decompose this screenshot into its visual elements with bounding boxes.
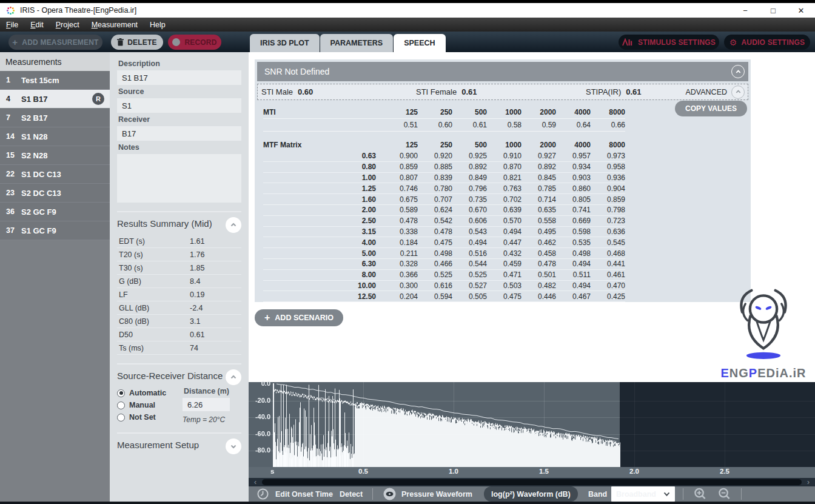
waveform-plot[interactable]: 0.0-20.0-40.0-60.0-80.0 [249,382,815,467]
trash-icon [117,38,124,46]
tab-parameters[interactable]: PARAMETERS [320,34,394,52]
measurement-label: S1 GC F9 [21,226,56,235]
mtf-value: 0.441 [591,260,625,268]
record-button[interactable]: RECORD [168,35,221,50]
mtf-value: 0.594 [418,292,452,301]
edit-onset-time-button[interactable]: Edit Onset Time [275,486,333,502]
radio-option-manual[interactable]: Manual [117,399,183,411]
measurement-row[interactable]: 37S1 GC F9 [0,221,110,240]
view-tabs: IRIS 3D PLOTPARAMETERSSPEECH [250,34,446,52]
add-measurement-button[interactable]: + ADD MEASUREMENT [8,35,102,50]
measurement-row[interactable]: 23S2 DC C13 [0,184,110,203]
measurements-list: 1Test 15cm4S1 B17R7S2 B1714S1 N2815S2 N2… [0,71,110,240]
mtf-mod-freq: 4.00 [263,238,383,247]
mtf-value: 0.467 [556,292,591,301]
mtf-value: 0.558 [522,217,556,225]
result-label: D50 [117,331,190,339]
close-button[interactable]: ✕ [787,3,815,18]
mtf-value: 0.927 [522,152,556,160]
notes-field[interactable] [117,154,241,203]
mtf-value: 0.300 [383,281,418,290]
scroll-right-icon[interactable]: › [802,478,815,486]
band-dropdown-value: Broadband [616,490,656,499]
copy-values-button[interactable]: COPY VALUES [675,101,747,116]
x-tick-label: 2.0 [629,468,639,475]
chevron-up-icon [230,374,237,381]
radio-label: Manual [129,401,155,409]
mtf-value: 0.805 [556,195,591,204]
minimize-button[interactable]: − [731,3,759,18]
waveform-toolbar: Edit Onset Time Detect Pressure Waveform… [249,486,815,502]
measurement-row[interactable]: 22S1 DC C13 [0,165,110,184]
menu-item-help[interactable]: Help [144,18,172,32]
maximize-button[interactable]: □ [759,3,787,18]
mtf-value: 0.543 [452,227,487,236]
waveform-scrollbar[interactable] [262,479,802,485]
expand-setup-button[interactable] [226,438,241,454]
y-tick-label: 0.0 [249,380,270,387]
description-field[interactable]: S1 B17 [117,70,241,85]
tab-speech[interactable]: SPEECH [394,34,445,52]
measurement-row[interactable]: 1Test 15cm [0,71,110,90]
pressure-waveform-button[interactable]: Pressure Waveform [401,486,472,502]
mtf-value: 0.624 [418,206,452,214]
measurement-row[interactable]: 14S1 N28 [0,127,110,146]
mtf-value: 0.328 [383,260,418,268]
collapse-results-button[interactable] [226,217,241,233]
log-waveform-toggle[interactable]: log(p²) Waveform (dB) [484,486,578,502]
scroll-left-icon[interactable]: ‹ [249,478,262,486]
sti-value: 0.60 [298,87,313,96]
collapse-distance-button[interactable] [226,369,241,385]
audio-settings-button[interactable]: ⚙ AUDIO SETTINGS [724,35,810,50]
measurement-row[interactable]: 4S1 B17R [0,90,110,109]
menu-item-project[interactable]: Project [50,18,86,32]
sti-value: 0.61 [461,87,477,96]
onset-clock-icon[interactable] [257,486,269,502]
band-dropdown[interactable]: Broadband [611,486,675,502]
mtf-header-row: MTF Matrix1252505001000200040008000 [263,139,625,151]
detect-button[interactable]: Detect [340,486,363,502]
result-row: EDT (s)1.61 [117,235,241,248]
x-tick-label: s [270,468,274,475]
distance-value-field[interactable]: 6.26 [183,398,230,411]
zoom-in-icon[interactable] [694,486,706,502]
mtf-value: 0.925 [452,152,487,160]
mtf-value: 0.425 [591,292,625,301]
waveform-scrollbar-track: ‹ › [249,478,815,486]
measurement-row[interactable]: 36S2 GC F9 [0,203,110,221]
mtf-mod-freq: 3.15 [263,227,383,236]
waveform-canvas[interactable] [249,382,815,467]
tab-iris-3d-plot[interactable]: IRIS 3D PLOT [250,34,320,52]
visibility-eye-icon[interactable] [383,486,396,502]
radio-option-not-set[interactable]: Not Set [117,411,183,423]
mtf-value: 0.498 [556,249,591,258]
receiver-field[interactable]: B17 [117,126,241,141]
stimulus-waveform-icon [622,38,633,47]
zoom-out-icon[interactable] [718,486,731,502]
measurement-label: S1 DC C13 [21,170,61,179]
measurement-row[interactable]: 7S2 B17 [0,109,110,127]
sti-item: STI Male0.60 [261,87,416,96]
menu-item-edit[interactable]: Edit [24,18,50,32]
add-scenario-button[interactable]: + ADD SCENARIO [255,309,343,326]
menu-item-file[interactable]: File [0,18,24,32]
collapse-snr-button[interactable] [731,65,745,78]
radio-option-automatic[interactable]: Automatic [117,387,183,399]
stimulus-settings-button[interactable]: STIMULUS SETTINGS [619,35,719,50]
mtf-mod-freq: 1.00 [263,173,383,182]
mtf-value: 0.780 [418,184,452,193]
mtf-row: 1.250.7460.7800.7960.7630.7850.8600.904 [263,183,625,194]
measurements-header: Measurements [0,52,110,71]
mtf-value: 0.845 [522,173,556,182]
measurement-row[interactable]: 15S2 N28 [0,146,110,165]
source-field[interactable]: S1 [117,98,241,113]
freq-header: 2000 [522,141,556,149]
mtf-value: 0.675 [383,195,418,204]
delete-button[interactable]: DELETE [111,35,163,50]
freq-header: 8000 [591,108,625,116]
mtf-value: 0.723 [591,217,625,225]
collapse-advanced-button[interactable] [731,86,745,99]
menu-item-measurement[interactable]: Measurement [86,18,144,32]
advanced-label[interactable]: ADVANCED [685,88,727,96]
toolbar-divider [372,488,373,500]
